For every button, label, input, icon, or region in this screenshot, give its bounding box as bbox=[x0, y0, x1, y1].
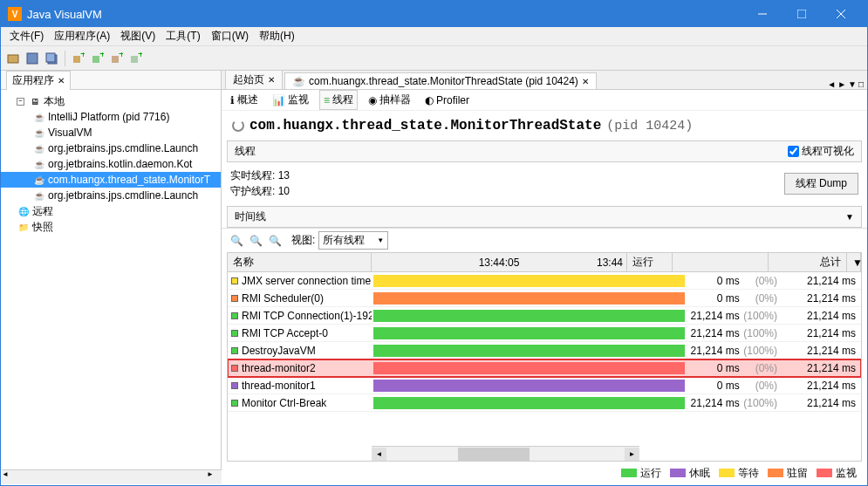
dropdown-icon[interactable]: ▼ bbox=[848, 79, 857, 89]
nav-right-icon[interactable]: ► bbox=[837, 79, 846, 89]
save-icon[interactable] bbox=[24, 50, 41, 67]
scroll-thumb[interactable] bbox=[458, 448, 530, 461]
sidebar-tab-label: 应用程序 bbox=[12, 73, 54, 88]
save-all-icon[interactable] bbox=[43, 50, 60, 67]
table-row[interactable]: Monitor Ctrl-Break21,214 ms (100%)21,214… bbox=[228, 394, 861, 412]
collapse-icon[interactable]: − bbox=[17, 98, 24, 106]
thread-dump-button[interactable]: 线程 Dump bbox=[784, 173, 858, 195]
tree-label: 快照 bbox=[32, 220, 53, 235]
svg-text:+: + bbox=[138, 52, 142, 60]
running-value: 0 ms bbox=[717, 362, 740, 374]
subtab-sampler[interactable]: ◉抽样器 bbox=[365, 91, 414, 109]
title-bar: V Java VisualVM bbox=[1, 1, 867, 27]
chevron-down-icon: ▼ bbox=[377, 236, 384, 244]
tree-node-process[interactable]: ☕org.jetbrains.kotlin.daemon.Kot bbox=[1, 156, 221, 172]
dropdown-icon[interactable]: ▼ bbox=[845, 212, 854, 222]
sidebar-tab-apps[interactable]: 应用程序 ✕ bbox=[6, 71, 71, 90]
add-host-icon[interactable]: + bbox=[70, 50, 87, 67]
table-row[interactable]: thread-monitor10 ms (0%)21,214 ms bbox=[228, 377, 861, 394]
state-swatch bbox=[231, 382, 238, 389]
menu-view[interactable]: 视图(V) bbox=[115, 27, 161, 45]
maximize-tab-icon[interactable]: □ bbox=[858, 79, 864, 89]
tree-node-process[interactable]: ☕org.jetbrains.jps.cmdline.Launch bbox=[1, 188, 221, 203]
minimize-button[interactable] bbox=[742, 1, 782, 27]
running-pct: (100%) bbox=[742, 397, 777, 409]
menu-window[interactable]: 窗口(W) bbox=[206, 27, 254, 45]
subtab-profiler[interactable]: ◐Profiler bbox=[421, 92, 473, 108]
subtab-overview[interactable]: ℹ概述 bbox=[227, 91, 262, 109]
svg-rect-10 bbox=[92, 56, 99, 63]
col-total[interactable]: 总计 bbox=[769, 253, 847, 271]
checkbox[interactable] bbox=[788, 146, 799, 157]
running-pct: (0%) bbox=[742, 292, 777, 305]
table-row[interactable]: thread-monitor20 ms (0%)21,214 ms bbox=[228, 359, 861, 377]
close-icon[interactable]: ✕ bbox=[582, 77, 589, 86]
tree-node-process[interactable]: ☕IntelliJ Platform (pid 7716) bbox=[1, 109, 221, 125]
add-dump-icon[interactable]: + bbox=[127, 50, 145, 67]
svg-rect-4 bbox=[8, 55, 18, 63]
tree-node-process[interactable]: ☕org.jetbrains.jps.cmdline.Launch bbox=[1, 140, 221, 156]
sidebar-hscroll[interactable]: ◄► bbox=[2, 469, 222, 484]
zoom-in-icon[interactable]: 🔍 bbox=[229, 233, 244, 249]
subtab-monitor[interactable]: 📊监视 bbox=[269, 91, 312, 109]
svg-rect-1 bbox=[797, 10, 806, 18]
tree-node-local[interactable]: − 🖥 本地 bbox=[1, 93, 221, 109]
tree-node-process[interactable]: ☕VisualVM bbox=[1, 125, 221, 140]
open-icon[interactable] bbox=[4, 50, 22, 67]
menu-help[interactable]: 帮助(H) bbox=[254, 27, 300, 45]
state-swatch bbox=[231, 365, 238, 372]
col-timeline[interactable]: 13:44:05 13:44 bbox=[372, 253, 627, 271]
tab-start[interactable]: 起始页 ✕ bbox=[225, 71, 283, 89]
table-row[interactable]: DestroyJavaVM21,214 ms (100%)21,214 ms bbox=[228, 342, 861, 359]
timeline-hscroll[interactable]: ◄ ► bbox=[372, 446, 639, 461]
java-icon: ☕ bbox=[292, 75, 305, 87]
table-row[interactable]: JMX server connection time0 ms (0%)21,21… bbox=[228, 272, 861, 290]
scroll-left-icon[interactable]: ◄ bbox=[372, 448, 386, 461]
sampler-icon: ◉ bbox=[368, 94, 377, 106]
col-running[interactable]: 运行 bbox=[627, 253, 673, 271]
close-button[interactable] bbox=[821, 1, 860, 27]
tree-node-snapshot[interactable]: 📁 快照 bbox=[1, 219, 221, 235]
java-icon: ☕ bbox=[32, 141, 46, 155]
table-row[interactable]: RMI Scheduler(0)0 ms (0%)21,214 ms bbox=[228, 290, 861, 307]
table-row[interactable]: RMI TCP Accept-021,214 ms (100%)21,214 m… bbox=[228, 325, 861, 342]
info-icon: ℹ bbox=[230, 94, 235, 106]
chart-icon: 📊 bbox=[272, 94, 285, 106]
subtab-threads[interactable]: ≡线程 bbox=[319, 90, 358, 110]
table-row[interactable]: RMI TCP Connection(1)-192.21,214 ms (100… bbox=[228, 307, 861, 325]
add-jmx-icon[interactable]: + bbox=[89, 50, 106, 67]
close-icon[interactable]: ✕ bbox=[268, 75, 275, 85]
tree-node-remote[interactable]: 🌐 远程 bbox=[1, 203, 221, 219]
tab-process[interactable]: ☕ com.huangx.thread_state.MonitorThreadS… bbox=[284, 72, 597, 89]
thread-visualize-checkbox[interactable]: 线程可视化 bbox=[788, 144, 854, 159]
menu-app[interactable]: 应用程序(A) bbox=[49, 27, 115, 45]
total-value: 21,214 ms bbox=[783, 397, 861, 409]
menu-tool[interactable]: 工具(T) bbox=[161, 27, 205, 45]
tree-label: VisualVM bbox=[48, 127, 92, 139]
nav-left-icon[interactable]: ◄ bbox=[827, 79, 836, 89]
thread-name: RMI Scheduler(0) bbox=[242, 292, 324, 305]
zoom-out-icon[interactable]: 🔍 bbox=[248, 233, 263, 249]
running-value: 21,214 ms bbox=[691, 397, 740, 409]
zoom-fit-icon[interactable]: 🔍 bbox=[267, 233, 283, 249]
maximize-button[interactable] bbox=[782, 1, 821, 27]
state-swatch bbox=[231, 347, 238, 354]
add-snapshot-icon[interactable]: + bbox=[108, 50, 126, 67]
refresh-icon[interactable] bbox=[232, 120, 244, 132]
col-running-dur[interactable] bbox=[673, 253, 769, 271]
scroll-right-icon[interactable]: ► bbox=[625, 448, 639, 461]
timeline-bar bbox=[373, 345, 685, 357]
app-logo-icon: V bbox=[8, 7, 22, 21]
legend-swatch bbox=[768, 469, 783, 477]
menu-file[interactable]: 文件(F) bbox=[4, 27, 49, 45]
total-value: 21,214 ms bbox=[783, 275, 861, 287]
thread-name: DestroyJavaVM bbox=[242, 345, 316, 357]
close-icon[interactable]: ✕ bbox=[58, 76, 65, 86]
legend-swatch bbox=[670, 469, 686, 477]
view-select[interactable]: 所有线程 ▼ bbox=[318, 231, 388, 250]
folder-icon: 📁 bbox=[17, 220, 31, 234]
svg-text:+: + bbox=[99, 52, 104, 60]
app-tree[interactable]: − 🖥 本地 ☕IntelliJ Platform (pid 7716)☕Vis… bbox=[1, 90, 221, 484]
col-name[interactable]: 名称 bbox=[228, 253, 372, 271]
tree-node-process[interactable]: ☕com.huangx.thread_state.MonitorT bbox=[1, 172, 221, 188]
